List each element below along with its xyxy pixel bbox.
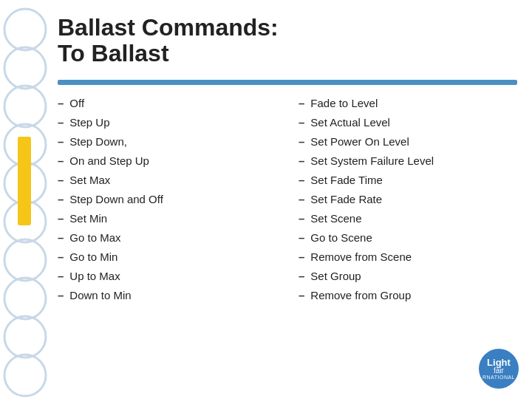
dash-icon: – — [299, 115, 304, 130]
dash-icon: – — [58, 211, 64, 226]
logo-area: Light fair RNATIONAL — [479, 349, 519, 389]
dash-icon: – — [58, 230, 64, 245]
list-item-text: Up to Max — [69, 268, 120, 284]
svg-point-6 — [4, 239, 46, 281]
dash-icon: – — [299, 153, 304, 168]
svg-point-7 — [4, 278, 46, 319]
list-item-text: Set Power On Level — [310, 134, 409, 149]
list-item-text: Set Group — [310, 268, 361, 284]
list-item: –Set Group — [299, 268, 517, 284]
dash-icon: – — [299, 268, 304, 284]
dash-icon: – — [58, 172, 64, 188]
left-decoration — [0, 0, 50, 399]
list-item-text: Set Max — [69, 172, 110, 188]
list-item-text: Fade to Level — [310, 95, 378, 111]
list-item-text: Step Up — [69, 115, 109, 130]
dash-icon: – — [299, 287, 304, 303]
dash-icon: – — [299, 191, 304, 207]
list-item-text: Set Scene — [310, 211, 361, 226]
dash-icon: – — [299, 134, 304, 149]
list-item-text: Set Min — [69, 211, 107, 226]
list-item: –Go to Max — [58, 230, 276, 245]
list-item-text: Remove from Group — [310, 287, 411, 303]
list-item: –Go to Scene — [299, 230, 517, 245]
list-item-text: Set Fade Rate — [310, 191, 382, 207]
svg-point-1 — [4, 47, 46, 89]
dash-icon: – — [299, 172, 304, 188]
list-item-text: Step Down and Off — [69, 191, 163, 207]
dash-icon: – — [58, 153, 64, 168]
list-item-text: Down to Min — [69, 287, 131, 303]
list-item: –Set System Failure Level — [299, 153, 517, 168]
list-item: –Down to Min — [58, 287, 276, 303]
dash-icon: – — [299, 230, 304, 245]
title-line1: Ballast Commands: — [58, 15, 517, 41]
dash-icon: – — [58, 115, 64, 130]
svg-point-9 — [4, 355, 46, 396]
dash-icon: – — [58, 268, 64, 284]
dash-icon: – — [58, 191, 64, 207]
logo-national-text: RNATIONAL — [482, 375, 515, 380]
list-item-text: On and Step Up — [69, 153, 149, 168]
list-item: –Step Down, — [58, 134, 276, 149]
list-item: –Step Up — [58, 115, 276, 130]
list-item-text: Go to Scene — [310, 230, 372, 245]
dash-icon: – — [58, 249, 64, 265]
list-item: –Remove from Group — [299, 287, 517, 303]
right-column: –Fade to Level–Set Actual Level–Set Powe… — [299, 95, 517, 307]
dash-icon: – — [299, 249, 304, 265]
list-item-text: Remove from Scene — [310, 249, 412, 265]
list-item: –Set Actual Level — [299, 115, 517, 130]
main-content: Ballast Commands: To Ballast –Off–Step U… — [50, 0, 532, 399]
left-column: –Off–Step Up–Step Down,–On and Step Up–S… — [58, 95, 276, 307]
list-item: –Set Scene — [299, 211, 517, 226]
dash-icon: – — [58, 287, 64, 303]
dash-icon: – — [299, 211, 304, 226]
list-item-text: Set Actual Level — [310, 115, 390, 130]
logo-fair-text: fair — [482, 367, 515, 375]
list-item: –Step Down and Off — [58, 191, 276, 207]
list-item: –Set Fade Time — [299, 172, 517, 188]
list-item: –Fade to Level — [299, 95, 517, 111]
dash-icon: – — [299, 95, 304, 111]
svg-point-8 — [4, 316, 46, 358]
list-item-text: Set Fade Time — [310, 172, 383, 188]
svg-point-2 — [4, 86, 46, 127]
columns-container: –Off–Step Up–Step Down,–On and Step Up–S… — [58, 95, 517, 307]
svg-rect-10 — [18, 137, 31, 225]
list-item: –Up to Max — [58, 268, 276, 284]
list-item-text: Off — [69, 95, 84, 111]
svg-point-0 — [4, 9, 46, 50]
dash-icon: – — [58, 95, 64, 111]
list-item: –Go to Min — [58, 249, 276, 265]
logo-circle: Light fair RNATIONAL — [479, 349, 519, 389]
list-item-text: Step Down, — [69, 134, 127, 149]
list-item: –Off — [58, 95, 276, 111]
blue-accent-bar — [58, 80, 517, 85]
list-item-text: Go to Min — [69, 249, 117, 265]
dash-icon: – — [58, 134, 64, 149]
list-item: –Set Power On Level — [299, 134, 517, 149]
list-item-text: Set System Failure Level — [310, 153, 434, 168]
list-item-text: Go to Max — [69, 230, 120, 245]
list-item: –Set Fade Rate — [299, 191, 517, 207]
list-item: –Set Min — [58, 211, 276, 226]
title-line2: To Ballast — [58, 41, 517, 66]
title-block: Ballast Commands: To Ballast — [58, 15, 517, 66]
list-item: –Set Max — [58, 172, 276, 188]
list-item: –Remove from Scene — [299, 249, 517, 265]
list-item: –On and Step Up — [58, 153, 276, 168]
